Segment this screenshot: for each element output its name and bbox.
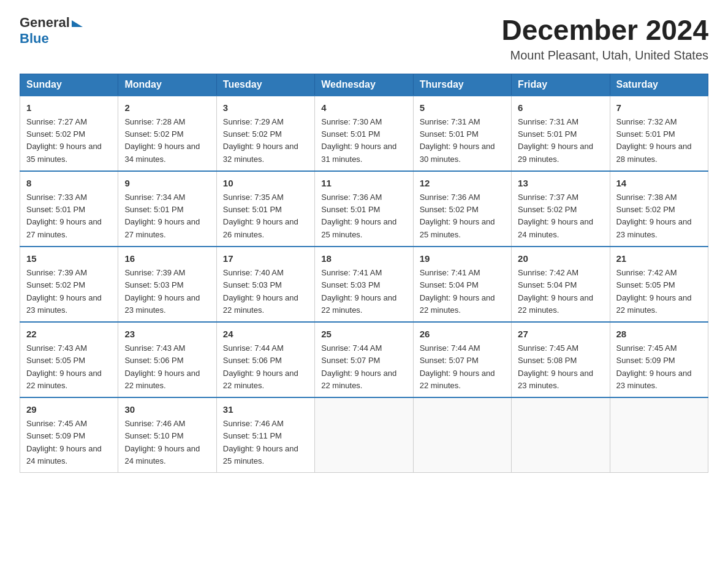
day-number: 18 [321,252,406,266]
day-number: 4 [321,101,406,115]
calendar-day-cell: 31Sunrise: 7:46 AMSunset: 5:11 PMDayligh… [216,397,314,473]
title-section: December 2024 Mount Pleasant, Utah, Unit… [501,15,708,63]
calendar-day-cell: 17Sunrise: 7:40 AMSunset: 5:03 PMDayligh… [216,247,314,322]
day-info: Sunrise: 7:41 AMSunset: 5:03 PMDaylight:… [321,267,406,316]
day-info: Sunrise: 7:39 AMSunset: 5:02 PMDaylight:… [26,267,112,316]
day-number: 2 [124,101,210,115]
day-number: 17 [223,252,308,266]
calendar-week-row: 1Sunrise: 7:27 AMSunset: 5:02 PMDaylight… [20,96,708,171]
day-number: 5 [420,101,505,115]
day-info: Sunrise: 7:28 AMSunset: 5:02 PMDaylight:… [124,116,210,166]
calendar-day-cell: 20Sunrise: 7:42 AMSunset: 5:04 PMDayligh… [512,247,610,322]
day-info: Sunrise: 7:39 AMSunset: 5:03 PMDaylight:… [124,267,210,316]
calendar-day-cell: 22Sunrise: 7:43 AMSunset: 5:05 PMDayligh… [20,322,118,397]
day-info: Sunrise: 7:38 AMSunset: 5:02 PMDaylight:… [616,191,702,241]
calendar-day-cell: 25Sunrise: 7:44 AMSunset: 5:07 PMDayligh… [315,322,413,397]
calendar-day-cell: 4Sunrise: 7:30 AMSunset: 5:01 PMDaylight… [315,96,413,171]
calendar-day-cell: 5Sunrise: 7:31 AMSunset: 5:01 PMDaylight… [413,96,511,171]
logo-text-general: General [20,15,70,31]
calendar-day-cell: 3Sunrise: 7:29 AMSunset: 5:02 PMDaylight… [216,96,314,171]
weekday-header-wednesday: Wednesday [315,74,413,96]
calendar-week-row: 22Sunrise: 7:43 AMSunset: 5:05 PMDayligh… [20,322,708,397]
day-info: Sunrise: 7:27 AMSunset: 5:02 PMDaylight:… [26,116,112,166]
day-info: Sunrise: 7:46 AMSunset: 5:11 PMDaylight:… [223,418,308,467]
logo-text-blue: Blue [20,31,49,47]
calendar-day-cell: 26Sunrise: 7:44 AMSunset: 5:07 PMDayligh… [413,322,511,397]
day-number: 12 [420,177,505,191]
day-info: Sunrise: 7:44 AMSunset: 5:07 PMDaylight:… [321,342,406,392]
day-number: 13 [518,177,603,191]
calendar-day-cell: 2Sunrise: 7:28 AMSunset: 5:02 PMDaylight… [118,96,216,171]
weekday-header-saturday: Saturday [610,74,708,96]
day-info: Sunrise: 7:46 AMSunset: 5:10 PMDaylight:… [124,418,210,467]
day-number: 19 [420,252,505,266]
day-number: 11 [321,177,406,191]
calendar-day-cell: 8Sunrise: 7:33 AMSunset: 5:01 PMDaylight… [20,171,118,247]
day-info: Sunrise: 7:29 AMSunset: 5:02 PMDaylight:… [223,116,308,166]
day-info: Sunrise: 7:36 AMSunset: 5:01 PMDaylight:… [321,191,406,241]
day-number: 27 [518,327,603,342]
calendar-day-cell: 10Sunrise: 7:35 AMSunset: 5:01 PMDayligh… [216,171,314,247]
calendar-day-cell: 23Sunrise: 7:43 AMSunset: 5:06 PMDayligh… [118,322,216,397]
day-info: Sunrise: 7:45 AMSunset: 5:09 PMDaylight:… [616,342,702,392]
day-number: 16 [124,252,210,266]
calendar-day-cell: 7Sunrise: 7:32 AMSunset: 5:01 PMDaylight… [610,96,708,171]
weekday-header-friday: Friday [512,74,610,96]
day-info: Sunrise: 7:45 AMSunset: 5:09 PMDaylight:… [26,418,112,467]
calendar-table: SundayMondayTuesdayWednesdayThursdayFrid… [20,74,708,473]
calendar-week-row: 8Sunrise: 7:33 AMSunset: 5:01 PMDaylight… [20,171,708,247]
weekday-header-sunday: Sunday [20,74,118,96]
day-info: Sunrise: 7:44 AMSunset: 5:06 PMDaylight:… [223,342,308,392]
calendar-day-cell: 19Sunrise: 7:41 AMSunset: 5:04 PMDayligh… [413,247,511,322]
day-info: Sunrise: 7:34 AMSunset: 5:01 PMDaylight:… [124,191,210,241]
day-number: 8 [26,177,112,191]
calendar-day-cell: 27Sunrise: 7:45 AMSunset: 5:08 PMDayligh… [512,322,610,397]
day-number: 24 [223,327,308,342]
calendar-day-cell: 6Sunrise: 7:31 AMSunset: 5:01 PMDaylight… [512,96,610,171]
location-title: Mount Pleasant, Utah, United States [501,48,708,63]
day-number: 31 [223,403,308,417]
day-info: Sunrise: 7:45 AMSunset: 5:08 PMDaylight:… [518,342,603,392]
day-info: Sunrise: 7:42 AMSunset: 5:04 PMDaylight:… [518,267,603,316]
calendar-day-cell: 24Sunrise: 7:44 AMSunset: 5:06 PMDayligh… [216,322,314,397]
day-info: Sunrise: 7:40 AMSunset: 5:03 PMDaylight:… [223,267,308,316]
day-number: 7 [616,101,702,115]
calendar-day-cell: 29Sunrise: 7:45 AMSunset: 5:09 PMDayligh… [20,397,118,473]
day-info: Sunrise: 7:31 AMSunset: 5:01 PMDaylight:… [420,116,505,166]
page-header: General Blue December 2024 Mount Pleasan… [20,15,708,63]
day-info: Sunrise: 7:30 AMSunset: 5:01 PMDaylight:… [321,116,406,166]
day-number: 3 [223,101,308,115]
day-number: 1 [26,101,112,115]
day-info: Sunrise: 7:36 AMSunset: 5:02 PMDaylight:… [420,191,505,241]
day-number: 21 [616,252,702,266]
day-info: Sunrise: 7:41 AMSunset: 5:04 PMDaylight:… [420,267,505,316]
calendar-day-cell: 9Sunrise: 7:34 AMSunset: 5:01 PMDaylight… [118,171,216,247]
calendar-day-cell [315,397,413,473]
weekday-header-thursday: Thursday [413,74,511,96]
weekday-header-monday: Monday [118,74,216,96]
day-number: 10 [223,177,308,191]
calendar-day-cell: 16Sunrise: 7:39 AMSunset: 5:03 PMDayligh… [118,247,216,322]
day-number: 29 [26,403,112,417]
calendar-day-cell: 15Sunrise: 7:39 AMSunset: 5:02 PMDayligh… [20,247,118,322]
day-info: Sunrise: 7:32 AMSunset: 5:01 PMDaylight:… [616,116,702,166]
day-number: 30 [124,403,210,417]
day-info: Sunrise: 7:37 AMSunset: 5:02 PMDaylight:… [518,191,603,241]
day-number: 28 [616,327,702,342]
day-number: 25 [321,327,406,342]
calendar-day-cell: 13Sunrise: 7:37 AMSunset: 5:02 PMDayligh… [512,171,610,247]
logo: General Blue [20,15,83,47]
logo-arrow-icon [72,20,83,27]
calendar-day-cell: 1Sunrise: 7:27 AMSunset: 5:02 PMDaylight… [20,96,118,171]
month-title: December 2024 [501,15,708,46]
calendar-day-cell [512,397,610,473]
day-number: 20 [518,252,603,266]
day-info: Sunrise: 7:33 AMSunset: 5:01 PMDaylight:… [26,191,112,241]
weekday-header-row: SundayMondayTuesdayWednesdayThursdayFrid… [20,74,708,96]
calendar-day-cell: 14Sunrise: 7:38 AMSunset: 5:02 PMDayligh… [610,171,708,247]
calendar-day-cell: 12Sunrise: 7:36 AMSunset: 5:02 PMDayligh… [413,171,511,247]
calendar-day-cell: 30Sunrise: 7:46 AMSunset: 5:10 PMDayligh… [118,397,216,473]
calendar-day-cell: 11Sunrise: 7:36 AMSunset: 5:01 PMDayligh… [315,171,413,247]
calendar-week-row: 15Sunrise: 7:39 AMSunset: 5:02 PMDayligh… [20,247,708,322]
day-info: Sunrise: 7:43 AMSunset: 5:05 PMDaylight:… [26,342,112,392]
